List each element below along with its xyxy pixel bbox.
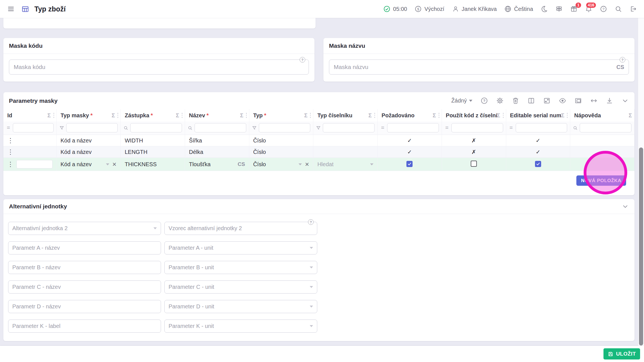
restore-deleted-icon[interactable] (512, 97, 519, 104)
param-c-name-field[interactable] (8, 280, 161, 294)
vertical-scrollbar[interactable]: ▲ ▼ (638, 11, 644, 353)
param-c-unit-select[interactable] (164, 280, 317, 294)
table-help-icon[interactable]: ? (480, 97, 488, 104)
whats-new-button[interactable]: 1 (570, 5, 577, 13)
typ-ciselniku-select[interactable]: Hledat (317, 161, 373, 168)
param-d-unit-select[interactable] (164, 300, 317, 313)
editable-serial-checkbox[interactable] (535, 161, 541, 167)
row-menu-icon[interactable]: ⋮ (7, 161, 14, 168)
row-menu-icon[interactable]: ⋮ (7, 149, 14, 155)
param-c-name-input[interactable] (12, 284, 157, 290)
help-icon[interactable]: ? (308, 219, 314, 225)
column-resize-handle[interactable] (246, 113, 247, 118)
summary-icon[interactable]: Σ (240, 112, 243, 119)
param-b-name-input[interactable] (12, 264, 157, 271)
search-filter-icon[interactable] (187, 125, 193, 130)
column-header-zastupka[interactable]: Zástupka*Σ (121, 109, 185, 122)
eye-icon[interactable] (559, 97, 566, 104)
pozadovano-checkbox[interactable] (406, 161, 413, 167)
param-a-unit-select[interactable] (164, 241, 317, 254)
clear-icon[interactable]: ✕ (305, 162, 309, 167)
param-k-label-input[interactable] (12, 323, 157, 329)
param-b-unit-select[interactable] (164, 261, 317, 274)
filter-input-pozadovano[interactable] (387, 123, 439, 132)
pouzit-kod-checkbox[interactable] (471, 161, 477, 167)
filter-input-typ[interactable] (259, 123, 310, 132)
table-row[interactable]: ⋮ Kód a název WIDTH Šířka Číslo ✓ ✗ ✓ (3, 135, 634, 146)
layout-icon[interactable] (543, 97, 551, 104)
zastupka-edit-input[interactable]: THICKNESS (125, 161, 181, 168)
collapse-panel-icon[interactable] (621, 97, 629, 104)
search-button[interactable] (615, 5, 622, 13)
help-icon[interactable]: ? (300, 57, 305, 63)
mask-name-input[interactable] (334, 64, 613, 70)
equals-filter-icon[interactable]: = (444, 125, 450, 131)
alt-unit-2-select[interactable] (8, 222, 161, 235)
id-edit-input[interactable] (16, 160, 53, 168)
table-row[interactable]: ⋮ Kód a název LENGTH Délka Číslo ✓ ✗ ✓ (3, 146, 634, 158)
param-k-label-field[interactable] (8, 320, 161, 333)
filter-input-nazev[interactable] (195, 123, 246, 132)
save-button[interactable]: ULOŽIT (603, 348, 640, 359)
summary-icon[interactable]: Σ (497, 112, 500, 119)
collapse-section-icon[interactable] (622, 203, 629, 210)
table-settings-icon[interactable] (496, 97, 504, 104)
column-header-napoveda[interactable]: NápovědaΣ (570, 109, 634, 122)
filter-input-typ-ciselniku[interactable] (323, 123, 374, 132)
summary-icon[interactable]: Σ (629, 112, 632, 119)
funnel-filter-icon[interactable] (58, 125, 65, 130)
column-header-editable-serial[interactable]: Editable serial numberΣ (506, 109, 570, 122)
summary-icon[interactable]: Σ (561, 112, 564, 119)
summary-icon[interactable]: Σ (176, 112, 179, 119)
chevron-down-icon[interactable] (106, 163, 109, 165)
param-a-name-field[interactable] (8, 241, 161, 254)
filter-input-zastupka[interactable] (131, 123, 182, 132)
summary-icon[interactable]: Σ (433, 112, 436, 119)
new-item-button[interactable]: NOVÁ POLOŽKA (576, 175, 626, 186)
equals-filter-icon[interactable]: = (508, 125, 515, 131)
filter-input-pouzit-kod[interactable] (452, 123, 503, 132)
mask-name-field[interactable]: CS ? (329, 59, 629, 75)
param-b-name-field[interactable] (8, 261, 161, 274)
param-d-name-input[interactable] (12, 303, 157, 310)
typ-masky-select[interactable]: Kód a název✕ (61, 161, 117, 168)
chevron-down-icon[interactable] (370, 163, 373, 165)
filter-input-typ-masky[interactable] (67, 123, 118, 132)
column-header-typ-ciselniku[interactable]: Typ číselníkuΣ (313, 109, 378, 122)
group-by-select[interactable]: Žádný (451, 97, 472, 104)
param-c-unit-input[interactable] (169, 284, 307, 290)
param-k-unit-input[interactable] (169, 323, 307, 329)
column-header-typ[interactable]: Typ*Σ (249, 109, 313, 122)
scrollbar-thumb[interactable] (639, 147, 643, 346)
column-resize-handle[interactable] (503, 113, 504, 118)
column-resize-handle[interactable] (567, 113, 568, 118)
dark-mode-toggle[interactable] (541, 5, 548, 13)
column-resize-handle[interactable] (117, 113, 118, 118)
param-d-unit-input[interactable] (169, 303, 307, 310)
param-k-unit-select[interactable] (164, 320, 317, 333)
filter-input-napoveda[interactable] (580, 123, 631, 132)
filter-input-editable-serial[interactable] (516, 123, 567, 132)
clear-icon[interactable]: ✕ (112, 162, 117, 167)
help-icon[interactable]: ? (620, 57, 625, 63)
param-d-name-field[interactable] (8, 300, 161, 313)
column-resize-handle[interactable] (182, 113, 183, 118)
funnel-filter-icon[interactable] (251, 125, 258, 130)
table-row-editing[interactable]: ⋮ Kód a název✕ THICKNESS TloušťkaCS Čísl… (3, 158, 634, 171)
column-header-nazev[interactable]: Název*Σ (185, 109, 249, 122)
summary-icon[interactable]: Σ (47, 112, 51, 119)
summary-icon[interactable]: Σ (112, 112, 115, 119)
mask-code-field[interactable]: ? (9, 59, 309, 75)
help-button[interactable]: ? (600, 5, 607, 13)
funnel-filter-icon[interactable] (315, 125, 322, 130)
hamburger-menu-icon[interactable] (7, 6, 15, 12)
summary-icon[interactable]: Σ (368, 112, 372, 119)
fit-frame-icon[interactable] (574, 97, 582, 104)
alt-unit-2-formula-field[interactable]: ? (164, 222, 317, 235)
user-menu[interactable]: Janek Křikava (452, 5, 497, 13)
column-header-id[interactable]: IdΣ (3, 109, 56, 122)
stretch-width-icon[interactable] (590, 97, 598, 104)
profile-selector[interactable]: $ Výchozí (415, 5, 444, 13)
download-icon[interactable] (606, 97, 613, 104)
column-header-typ-masky[interactable]: Typ masky*Σ (56, 109, 121, 122)
